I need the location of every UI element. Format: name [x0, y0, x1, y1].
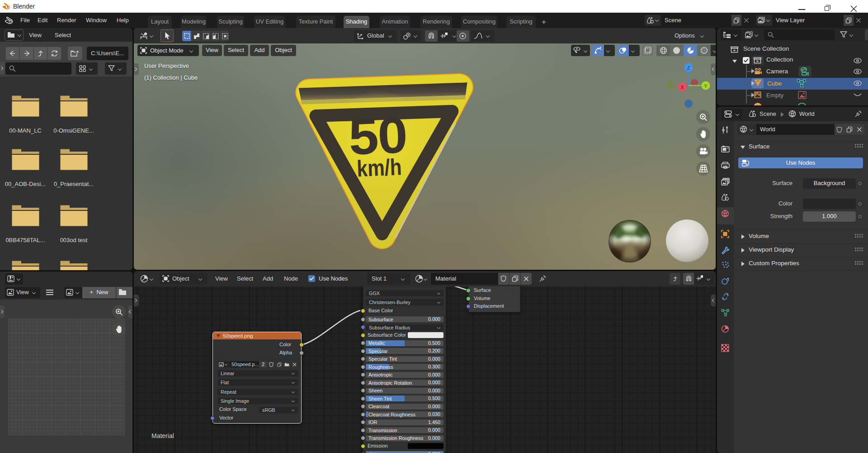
- svg-text:X: X: [680, 85, 684, 90]
- svg-text:Z: Z: [687, 65, 690, 71]
- svg-text:km/h: km/h: [356, 154, 402, 181]
- svg-text:Y: Y: [704, 83, 708, 89]
